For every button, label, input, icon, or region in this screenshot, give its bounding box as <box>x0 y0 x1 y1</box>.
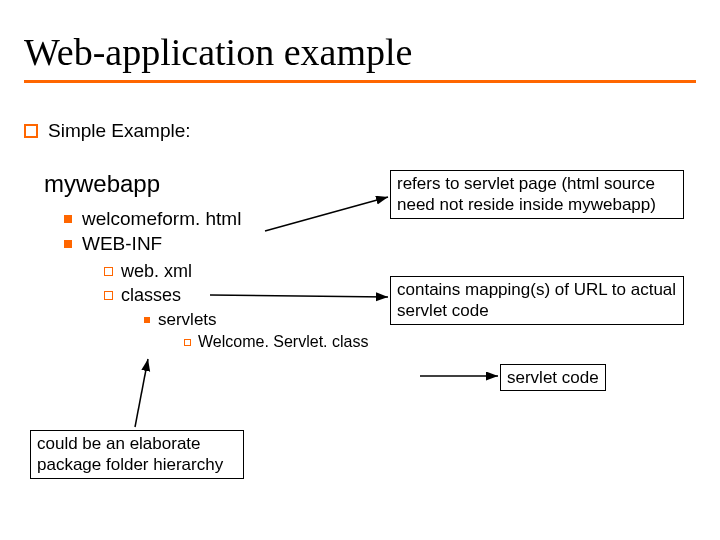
headline-text: Simple Example: <box>48 120 191 142</box>
tree-item-webinf: WEB-INF <box>82 233 162 255</box>
arrow-from-note4 <box>135 359 148 427</box>
content-area: Simple Example: mywebapp welcomeform. ht… <box>24 120 368 354</box>
bullet-level0-icon <box>24 124 38 138</box>
title-rule <box>24 80 696 83</box>
note-package-hierarchy: could be an elaborate package folder hie… <box>30 430 244 479</box>
tree-item-webxml: web. xml <box>121 261 192 282</box>
note-servlet-page: refers to servlet page (html source need… <box>390 170 684 219</box>
tree-item-classes: classes <box>121 285 181 306</box>
tree-item-servlets: servlets <box>158 310 217 330</box>
note-mapping: contains mapping(s) of URL to actual ser… <box>390 276 684 325</box>
bullet-level1-icon <box>64 240 72 248</box>
bullet-level1-icon <box>64 215 72 223</box>
tree-root: mywebapp <box>44 170 160 198</box>
slide-title: Web-application example <box>0 0 720 74</box>
bullet-level3-icon <box>144 317 150 323</box>
tree-item-welcomeform: welcomeform. html <box>82 208 241 230</box>
note-servlet-code: servlet code <box>500 364 606 391</box>
bullet-level2-icon <box>104 291 113 300</box>
bullet-level2-icon <box>104 267 113 276</box>
bullet-level4-icon <box>184 339 191 346</box>
tree-item-welcome-servlet-class: Welcome. Servlet. class <box>198 333 368 351</box>
